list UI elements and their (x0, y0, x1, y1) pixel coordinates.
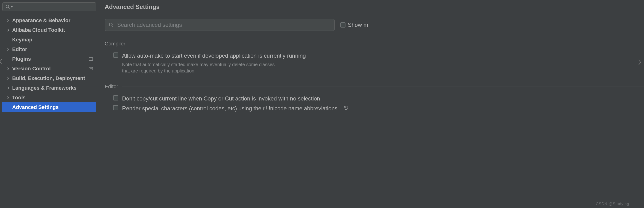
search-dropdown-icon[interactable] (10, 6, 13, 8)
sidebar-item-label: Alibaba Cloud Toolkit (12, 27, 94, 33)
svg-point-0 (6, 5, 9, 8)
sidebar-item-label: Version Control (12, 66, 89, 72)
separate-window-icon (89, 57, 93, 61)
sidebar-item-appearance-behavior[interactable]: Appearance & Behavior (2, 16, 96, 25)
show-modified-label: Show m (348, 22, 368, 28)
forward-chevron-icon[interactable] (638, 59, 642, 67)
divider (130, 44, 644, 44)
sidebar-item-label: Editor (12, 46, 94, 52)
chevron-right-icon (6, 86, 10, 90)
chevron-right-icon (6, 67, 10, 70)
chevron-right-icon (6, 19, 10, 22)
sidebar-item-label: Appearance & Behavior (12, 17, 94, 24)
option-dont-copy-cut-line[interactable]: Don't copy/cut current line when Copy or… (105, 95, 644, 102)
sidebar-item-label: Tools (12, 94, 94, 101)
sidebar-item-build-execution-deployment[interactable]: Build, Execution, Deployment (2, 73, 96, 83)
sidebar-item-label: Languages & Frameworks (12, 85, 94, 91)
sidebar-item-editor[interactable]: Editor (2, 44, 96, 54)
page-title: Advanced Settings (105, 3, 644, 11)
sidebar-item-label: Plugins (12, 56, 89, 62)
chevron-right-icon (6, 77, 10, 80)
reset-icon[interactable] (344, 105, 349, 110)
section-header: Compiler (105, 41, 644, 47)
section-title: Compiler (105, 41, 125, 47)
chevron-right-icon (6, 96, 10, 99)
settings-sidebar: Appearance & Behavior Alibaba Cloud Tool… (0, 0, 98, 208)
show-modified-only-toggle[interactable]: Show m (340, 22, 368, 28)
section-editor: Editor Don't copy/cut current line when … (105, 83, 644, 112)
section-compiler: Compiler Allow auto-make to start even i… (105, 41, 644, 74)
sidebar-search-input[interactable] (2, 2, 96, 11)
svg-line-3 (112, 26, 113, 27)
sidebar-item-languages-frameworks[interactable]: Languages & Frameworks (2, 83, 96, 93)
option-label: Render special characters (control codes… (122, 105, 338, 112)
sidebar-item-version-control[interactable]: Version Control (2, 64, 96, 73)
back-chevron-icon[interactable] (0, 58, 2, 66)
separate-window-icon (89, 67, 93, 70)
advanced-settings-search-input[interactable] (117, 22, 331, 28)
sidebar-item-label: Build, Execution, Deployment (12, 75, 94, 81)
sidebar-item-alibaba-cloud-toolkit[interactable]: Alibaba Cloud Toolkit (2, 25, 96, 35)
checkbox-icon[interactable] (113, 95, 118, 100)
sidebar-item-tools[interactable]: Tools (2, 93, 96, 102)
section-header: Editor (105, 83, 644, 90)
search-icon (6, 5, 10, 9)
watermark: CSDN @Studying！！！ (596, 202, 641, 206)
section-title: Editor (105, 83, 118, 90)
search-row: Show m (105, 19, 644, 31)
sidebar-item-label: Advanced Settings (12, 104, 94, 110)
checkbox-icon[interactable] (113, 52, 118, 58)
checkbox-icon[interactable] (340, 22, 346, 28)
sidebar-items: Appearance & Behavior Alibaba Cloud Tool… (2, 16, 96, 112)
sidebar-item-keymap[interactable]: Keymap (2, 35, 96, 44)
option-note: Note that automatically started make may… (122, 61, 306, 74)
svg-point-2 (109, 23, 112, 26)
chevron-right-icon (6, 29, 10, 32)
advanced-settings-search[interactable] (105, 19, 335, 31)
sidebar-item-plugins[interactable]: Plugins (2, 54, 96, 64)
sidebar-item-label: Keymap (12, 37, 94, 43)
sidebar-item-advanced-settings[interactable]: Advanced Settings (2, 102, 96, 112)
search-icon (109, 22, 114, 28)
option-label: Allow auto-make to start even if develop… (122, 52, 306, 59)
option-allow-automake[interactable]: Allow auto-make to start even if develop… (105, 52, 644, 74)
option-render-special-chars[interactable]: Render special characters (control codes… (105, 105, 644, 112)
main-content: Advanced Settings Show m Compiler Allow … (98, 0, 644, 208)
checkbox-icon[interactable] (113, 105, 118, 110)
option-label: Don't copy/cut current line when Copy or… (122, 95, 320, 102)
svg-line-1 (8, 8, 10, 9)
chevron-right-icon (6, 48, 10, 51)
